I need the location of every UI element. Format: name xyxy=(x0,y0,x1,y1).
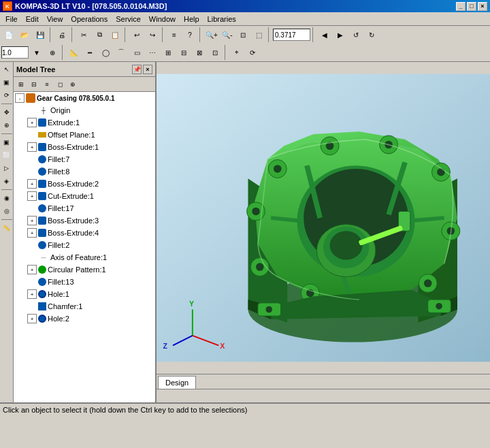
zoom-rect-button[interactable]: ⬚ xyxy=(251,27,266,42)
expand-bossextrude2[interactable]: + xyxy=(27,179,37,189)
tree-item-hole2[interactable]: + Hole:2 xyxy=(14,313,155,325)
zoom-out-button[interactable]: 🔍- xyxy=(220,27,235,42)
copy-button[interactable]: ⧉ xyxy=(92,27,107,42)
tab-design[interactable]: Design xyxy=(158,376,196,389)
tb-btn-a4[interactable]: ↻ xyxy=(364,27,379,42)
expand-circpattern1[interactable]: + xyxy=(27,265,37,274)
tree-content[interactable]: - Gear Casing 078.505.0.1 ┼ Origin + Ext… xyxy=(14,92,155,402)
tree-tb-collapse[interactable]: ⊟ xyxy=(28,78,40,91)
cut-button[interactable]: ✂ xyxy=(76,27,91,42)
menu-view[interactable]: View xyxy=(43,12,67,25)
tb2-btn8[interactable]: ⊞ xyxy=(161,45,176,60)
tb-btn-a3[interactable]: ↺ xyxy=(348,27,363,42)
menu-libraries[interactable]: Libraries xyxy=(203,12,240,25)
tb-btn-a1[interactable]: ◀ xyxy=(317,27,332,42)
expand-hole2[interactable]: + xyxy=(27,314,37,323)
shading-tool[interactable]: ◉ xyxy=(1,192,13,204)
tree-item-fillet7[interactable]: Fillet:7 xyxy=(14,153,155,165)
expand-bossextrude4[interactable]: + xyxy=(27,228,37,238)
maximize-button[interactable]: □ xyxy=(467,2,476,11)
print-button[interactable]: 🖨 xyxy=(54,27,69,42)
tree-item-root[interactable]: - Gear Casing 078.505.0.1 xyxy=(14,92,155,104)
rotate-tool[interactable]: ⟳ xyxy=(1,89,13,101)
pan-tool[interactable]: ✥ xyxy=(1,106,13,118)
open-button[interactable]: 📂 xyxy=(17,27,32,42)
expand-axisfeature1 xyxy=(27,253,37,262)
right-view-tool[interactable]: ▷ xyxy=(1,162,13,174)
box-select-tool[interactable]: ▣ xyxy=(1,76,13,89)
wireframe-tool[interactable]: ◎ xyxy=(1,205,13,217)
new-button[interactable]: 📄 xyxy=(1,27,16,42)
tree-item-axisfeature1[interactable]: ─ Axis of Feature:1 xyxy=(14,251,155,263)
tree-item-origin[interactable]: ┼ Origin xyxy=(14,104,155,116)
tb2-btn13[interactable]: ⟳ xyxy=(245,45,260,60)
menu-window[interactable]: Window xyxy=(145,12,180,25)
zoom-in-button[interactable]: 🔍+ xyxy=(204,27,219,42)
tree-item-fillet8[interactable]: Fillet:8 xyxy=(14,165,155,178)
tb-btn-a2[interactable]: ▶ xyxy=(333,27,348,42)
tree-item-bossextrude1[interactable]: + Boss-Extrude:1 xyxy=(14,141,155,153)
expand-bossextrude3[interactable]: + xyxy=(27,216,37,225)
tree-item-fillet13[interactable]: Fillet:13 xyxy=(14,276,155,288)
tree-item-chamfer1[interactable]: Chamfer:1 xyxy=(14,300,155,313)
paste-button[interactable]: 📋 xyxy=(108,27,122,42)
expand-bossextrude1[interactable]: + xyxy=(27,142,37,152)
viewport-area[interactable]: X Y Z xyxy=(157,62,490,374)
tree-item-cutextrude1[interactable]: + Cut-Extrude:1 xyxy=(14,190,155,202)
zoom-value-input[interactable] xyxy=(273,29,310,41)
tree-tb-btn4[interactable]: ◻ xyxy=(54,78,66,91)
isometric-tool[interactable]: ◈ xyxy=(1,175,13,187)
tree-item-extrude1[interactable]: + Extrude:1 xyxy=(14,116,155,129)
tb-btn-misc2[interactable]: ? xyxy=(182,27,197,42)
tree-tb-expand[interactable]: ⊞ xyxy=(15,78,27,91)
tree-item-bossextrude2[interactable]: + Boss-Extrude:2 xyxy=(14,178,155,190)
tb2-btn3[interactable]: ━ xyxy=(82,45,97,60)
tb2-btn6[interactable]: ▭ xyxy=(129,45,144,60)
tree-item-fillet17[interactable]: Fillet:17 xyxy=(14,202,155,214)
tree-pin-button[interactable]: 📌 xyxy=(132,65,142,74)
tree-item-bossextrude3[interactable]: + Boss-Extrude:3 xyxy=(14,214,155,227)
tree-item-bossextrude4[interactable]: + Boss-Extrude:4 xyxy=(14,227,155,239)
menu-help[interactable]: Help xyxy=(180,12,203,25)
tree-tb-btn5[interactable]: ⊕ xyxy=(67,78,79,91)
tb-btn-misc1[interactable]: ≡ xyxy=(167,27,182,42)
tb2-btn11[interactable]: ⊡ xyxy=(208,45,223,60)
close-button[interactable]: × xyxy=(478,2,487,11)
tree-item-fillet2[interactable]: Fillet:2 xyxy=(14,239,155,251)
tree-tb-btn3[interactable]: ≡ xyxy=(41,78,53,91)
undo-button[interactable]: ↩ xyxy=(129,27,144,42)
cursor-tool[interactable]: ↖ xyxy=(1,63,13,76)
scale-combo-btn[interactable]: ▼ xyxy=(29,45,44,60)
tb2-btn10[interactable]: ⊠ xyxy=(192,45,207,60)
expand-cutextrude1[interactable]: + xyxy=(27,191,37,201)
redo-button[interactable]: ↪ xyxy=(145,27,160,42)
zoom-area-tool[interactable]: ⊕ xyxy=(1,119,13,131)
menu-file[interactable]: File xyxy=(1,12,22,25)
top-view-tool[interactable]: ⬜ xyxy=(1,149,13,161)
tree-item-offsetplane1[interactable]: Offset Plane:1 xyxy=(14,129,155,141)
save-button[interactable]: 💾 xyxy=(33,27,48,42)
tb2-btn2[interactable]: 📐 xyxy=(67,45,82,60)
tree-item-hole1[interactable]: + Hole:1 xyxy=(14,288,155,300)
window-controls[interactable]: _ □ × xyxy=(456,2,487,11)
zoom-fit-button[interactable]: ⊡ xyxy=(235,27,250,42)
tb2-btn1[interactable]: ⊕ xyxy=(45,45,60,60)
tb2-btn5[interactable]: ⌒ xyxy=(114,45,129,60)
tree-item-circpattern1[interactable]: + Circular Pattern:1 xyxy=(14,263,155,276)
tb2-btn7[interactable]: ⋯ xyxy=(145,45,160,60)
tb2-btn9[interactable]: ⊟ xyxy=(176,45,191,60)
tree-close-button[interactable]: × xyxy=(143,65,152,74)
right-section: X Y Z Design xyxy=(157,62,490,402)
expand-extrude1[interactable]: + xyxy=(27,118,37,127)
front-view-tool[interactable]: ▣ xyxy=(1,136,13,148)
expand-hole1[interactable]: + xyxy=(27,289,37,299)
scale-input[interactable] xyxy=(1,46,29,59)
tb2-btn4[interactable]: ◯ xyxy=(98,45,113,60)
measure-tool[interactable]: 📏 xyxy=(1,222,13,234)
tb2-btn12[interactable]: ⌖ xyxy=(229,45,244,60)
minimize-button[interactable]: _ xyxy=(456,2,466,11)
expand-root[interactable]: - xyxy=(15,93,24,103)
menu-edit[interactable]: Edit xyxy=(22,12,43,25)
menu-operations[interactable]: Operations xyxy=(67,12,112,25)
menu-service[interactable]: Service xyxy=(112,12,145,25)
